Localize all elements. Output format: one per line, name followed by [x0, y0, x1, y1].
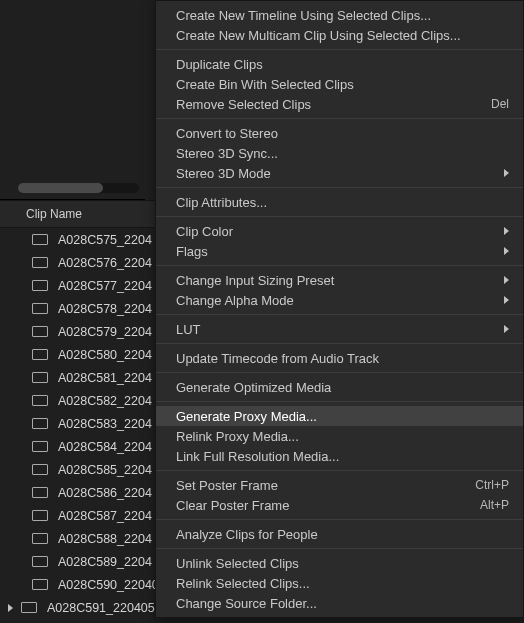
menu-item[interactable]: Flags — [156, 241, 523, 261]
menu-item-label: Generate Proxy Media... — [176, 409, 509, 424]
clip-icon — [32, 533, 52, 544]
menu-item-label: Clip Attributes... — [176, 195, 509, 210]
clip-name: A028C578_2204 — [52, 302, 152, 316]
clip-name: A028C576_2204 — [52, 256, 152, 270]
menu-item-label: Change Source Folder... — [176, 596, 509, 611]
clip-name: A028C587_2204 — [52, 509, 152, 523]
menu-item-label: Update Timecode from Audio Track — [176, 351, 509, 366]
menu-separator — [156, 49, 523, 50]
clip-name: A028C580_2204 — [52, 348, 152, 362]
menu-item[interactable]: Stereo 3D Sync... — [156, 143, 523, 163]
clip-name: A028C586_2204 — [52, 486, 152, 500]
clip-name: A028C588_2204 — [52, 532, 152, 546]
menu-item-label: Duplicate Clips — [176, 57, 509, 72]
clip-icon — [32, 372, 52, 383]
clip-icon — [32, 579, 52, 590]
menu-item[interactable]: Unlink Selected Clips — [156, 553, 523, 573]
menu-item[interactable]: Convert to Stereo — [156, 123, 523, 143]
menu-item-label: Convert to Stereo — [176, 126, 509, 141]
menu-item[interactable]: Change Source Folder... — [156, 593, 523, 613]
scrollbar-thumb[interactable] — [18, 183, 103, 193]
menu-item-shortcut: Ctrl+P — [463, 478, 509, 492]
clip-icon — [32, 326, 52, 337]
clip-context-menu[interactable]: Create New Timeline Using Selected Clips… — [155, 0, 524, 618]
menu-separator — [156, 265, 523, 266]
menu-item[interactable]: Link Full Resolution Media... — [156, 446, 523, 466]
menu-separator — [156, 470, 523, 471]
clip-name: A028C583_2204 — [52, 417, 152, 431]
menu-separator — [156, 216, 523, 217]
menu-item[interactable]: Stereo 3D Mode — [156, 163, 523, 183]
clip-icon — [32, 418, 52, 429]
submenu-arrow-icon — [504, 296, 509, 304]
clip-name: A028C581_2204 — [52, 371, 152, 385]
clip-icon — [32, 257, 52, 268]
menu-item-label: Generate Optimized Media — [176, 380, 509, 395]
menu-item[interactable]: Clip Color — [156, 221, 523, 241]
menu-item-label: LUT — [176, 322, 496, 337]
menu-item[interactable]: Update Timecode from Audio Track — [156, 348, 523, 368]
menu-item[interactable]: Create New Multicam Clip Using Selected … — [156, 25, 523, 45]
menu-item[interactable]: Generate Proxy Media... — [156, 406, 523, 426]
clip-name: A028C575_2204 — [52, 233, 152, 247]
menu-item[interactable]: Clip Attributes... — [156, 192, 523, 212]
clip-name: A028C579_2204 — [52, 325, 152, 339]
thumbnail-panel — [0, 0, 145, 200]
menu-separator — [156, 401, 523, 402]
submenu-arrow-icon — [504, 276, 509, 284]
menu-item[interactable]: Clear Poster FrameAlt+P — [156, 495, 523, 515]
clip-icon — [32, 487, 52, 498]
menu-item-label: Stereo 3D Mode — [176, 166, 496, 181]
clip-icon — [32, 464, 52, 475]
clip-icon — [32, 303, 52, 314]
menu-separator — [156, 372, 523, 373]
clip-name: A028C584_2204 — [52, 440, 152, 454]
menu-item[interactable]: Remove Selected ClipsDel — [156, 94, 523, 114]
menu-item-label: Create Bin With Selected Clips — [176, 77, 509, 92]
menu-item-label: Set Poster Frame — [176, 478, 463, 493]
menu-item-label: Change Input Sizing Preset — [176, 273, 496, 288]
menu-item-label: Clip Color — [176, 224, 496, 239]
menu-separator — [156, 343, 523, 344]
menu-item[interactable]: Relink Proxy Media... — [156, 426, 523, 446]
submenu-arrow-icon — [504, 325, 509, 333]
clip-icon — [32, 349, 52, 360]
menu-separator — [156, 314, 523, 315]
menu-item-label: Stereo 3D Sync... — [176, 146, 509, 161]
disclosure-triangle-icon[interactable] — [8, 604, 13, 612]
menu-item[interactable]: LUT — [156, 319, 523, 339]
menu-item[interactable]: Duplicate Clips — [156, 54, 523, 74]
menu-item[interactable]: Create New Timeline Using Selected Clips… — [156, 5, 523, 25]
clip-name: A028C577_2204 — [52, 279, 152, 293]
menu-item-label: Change Alpha Mode — [176, 293, 496, 308]
submenu-arrow-icon — [504, 227, 509, 235]
clip-icon — [32, 510, 52, 521]
clip-icon — [32, 556, 52, 567]
menu-separator — [156, 187, 523, 188]
menu-item[interactable]: Relink Selected Clips... — [156, 573, 523, 593]
menu-separator — [156, 548, 523, 549]
menu-item[interactable]: Generate Optimized Media — [156, 377, 523, 397]
menu-item[interactable]: Set Poster FrameCtrl+P — [156, 475, 523, 495]
menu-item-label: Create New Multicam Clip Using Selected … — [176, 28, 509, 43]
menu-item[interactable]: Change Input Sizing Preset — [156, 270, 523, 290]
menu-item-label: Create New Timeline Using Selected Clips… — [176, 8, 509, 23]
menu-item[interactable]: Create Bin With Selected Clips — [156, 74, 523, 94]
clip-name: A028C589_2204 — [52, 555, 152, 569]
menu-item-label: Analyze Clips for People — [176, 527, 509, 542]
menu-item-label: Clear Poster Frame — [176, 498, 468, 513]
clip-icon — [32, 441, 52, 452]
clip-icon — [21, 602, 41, 613]
menu-separator — [156, 519, 523, 520]
menu-item-label: Link Full Resolution Media... — [176, 449, 509, 464]
clip-name: A028C585_2204 — [52, 463, 152, 477]
menu-separator — [156, 118, 523, 119]
clip-name: A028C582_2204 — [52, 394, 152, 408]
menu-item-label: Relink Selected Clips... — [176, 576, 509, 591]
menu-item-shortcut: Alt+P — [468, 498, 509, 512]
clip-icon — [32, 395, 52, 406]
menu-item[interactable]: Change Alpha Mode — [156, 290, 523, 310]
submenu-arrow-icon — [504, 247, 509, 255]
menu-item[interactable]: Analyze Clips for People — [156, 524, 523, 544]
thumbnail-horizontal-scrollbar[interactable] — [18, 183, 139, 193]
